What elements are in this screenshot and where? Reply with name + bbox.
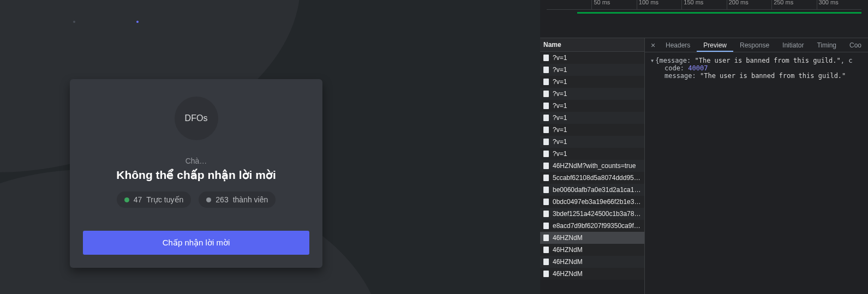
document-icon (543, 175, 549, 181)
document-icon (543, 223, 549, 229)
network-row[interactable]: ?v=1 (540, 64, 644, 76)
invite-title: Không thể chấp nhận lời mời (116, 169, 276, 182)
online-label: Trực tuyến (146, 195, 183, 204)
members-dot-icon (206, 197, 211, 202)
greeting-text: Chà… (185, 157, 207, 165)
timeline-tick: 50 ms (591, 0, 610, 10)
network-row[interactable]: be0060dafb7a0e31d2a1ca17c… (540, 184, 644, 196)
request-name: ?v=1 (553, 126, 567, 134)
network-row[interactable]: e8acd7d9bf6207f99350ca9f9e… (540, 220, 644, 232)
document-icon (543, 247, 549, 253)
request-name: ?v=1 (553, 138, 567, 146)
column-header-name[interactable]: Name (540, 38, 644, 52)
document-icon (543, 235, 549, 241)
request-name: ?v=1 (553, 102, 567, 110)
document-icon (543, 103, 549, 109)
accept-invite-button[interactable]: Chấp nhận lời mời (83, 231, 309, 255)
network-row[interactable]: ?v=1 (540, 88, 644, 100)
accept-label: Chấp nhận lời mời (163, 238, 230, 248)
request-name: ?v=1 (553, 54, 567, 62)
document-icon (543, 271, 549, 277)
close-icon[interactable]: × (647, 41, 659, 50)
tab-preview[interactable]: Preview (697, 38, 733, 52)
network-row[interactable]: 3bdef1251a424500c1b3a78de… (540, 208, 644, 220)
request-name: 46HZNdM (553, 246, 583, 254)
document-icon (543, 79, 549, 85)
document-icon (543, 115, 549, 121)
request-name: ?v=1 (553, 150, 567, 158)
expand-arrow-icon[interactable]: ▾ (650, 57, 654, 64)
request-detail-panel: × Headers Preview Response Initiator Tim… (645, 38, 868, 294)
devtools-panel: 50 ms100 ms150 ms200 ms250 ms300 ms Name… (540, 0, 868, 294)
request-name: 0bdc0497eb3a19e66f2b1e3d5… (553, 198, 641, 206)
document-icon (543, 91, 549, 97)
network-row[interactable]: 46HZNdM (540, 268, 644, 280)
tab-initiator[interactable]: Initiator (776, 38, 810, 52)
request-name: 46HZNdM?with_counts=true (553, 162, 636, 170)
network-row[interactable]: 46HZNdM (540, 256, 644, 268)
online-pill: 47 Trực tuyến (117, 191, 191, 208)
request-name: ?v=1 (553, 90, 567, 98)
network-row[interactable]: ?v=1 (540, 76, 644, 88)
request-name: 46HZNdM (553, 234, 583, 242)
document-icon (543, 187, 549, 193)
members-label: thành viên (233, 195, 268, 204)
tab-cookies[interactable]: Coo (843, 38, 868, 52)
request-name: 5ccabf62108d5a8074ddd95af… (553, 174, 641, 182)
stats-row: 47 Trực tuyến 263 thành viên (117, 191, 276, 208)
timeline-tick: 150 ms (681, 0, 703, 10)
document-icon (543, 55, 549, 61)
timeline-strip (547, 10, 861, 38)
network-request-list: Name ?v=1?v=1?v=1?v=1?v=1?v=1?v=1?v=1?v=… (540, 38, 645, 294)
preview-line-code: code: 40007 (650, 64, 863, 72)
guild-avatar: DFOs (175, 97, 218, 140)
timeline-tick: 100 ms (637, 0, 659, 10)
request-name: be0060dafb7a0e31d2a1ca17c… (553, 186, 641, 194)
document-icon (543, 211, 549, 217)
network-row[interactable]: ?v=1 (540, 112, 644, 124)
timeline-tick: 200 ms (727, 0, 749, 10)
request-name: e8acd7d9bf6207f99350ca9f9e… (553, 222, 641, 230)
invite-card: DFOs Chà… Không thể chấp nhận lời mời 47… (70, 79, 322, 268)
star-icon (73, 21, 75, 23)
network-row[interactable]: ?v=1 (540, 100, 644, 112)
request-name: 46HZNdM (553, 258, 583, 266)
network-row[interactable]: 46HZNdM (540, 244, 644, 256)
timeline-ruler: 50 ms100 ms150 ms200 ms250 ms300 ms (547, 0, 861, 10)
preview-line-summary: ▾{message: "The user is banned from this… (650, 57, 863, 64)
request-name: ?v=1 (553, 78, 567, 86)
timeline-tick: 250 ms (771, 0, 793, 10)
network-row[interactable]: 46HZNdM (540, 232, 644, 244)
network-row[interactable]: ?v=1 (540, 124, 644, 136)
document-icon (543, 139, 549, 145)
request-name: ?v=1 (553, 114, 567, 122)
members-count: 263 (215, 195, 228, 204)
preview-body[interactable]: ▾{message: "The user is banned from this… (645, 52, 868, 294)
detail-tabs: × Headers Preview Response Initiator Tim… (645, 38, 868, 52)
preview-line-message: message: "The user is banned from this g… (650, 72, 863, 80)
document-icon (543, 259, 549, 265)
network-row[interactable]: 0bdc0497eb3a19e66f2b1e3d5… (540, 196, 644, 208)
document-icon (543, 199, 549, 205)
discord-invite-pane: DFOs Chà… Không thể chấp nhận lời mời 47… (0, 0, 540, 294)
guild-initials: DFOs (185, 113, 208, 123)
network-row[interactable]: ?v=1 (540, 148, 644, 160)
request-name: 3bdef1251a424500c1b3a78de… (553, 210, 641, 218)
network-timeline[interactable]: 50 ms100 ms150 ms200 ms250 ms300 ms (540, 0, 868, 38)
document-icon (543, 67, 549, 73)
network-row[interactable]: 46HZNdM?with_counts=true (540, 160, 644, 172)
tab-headers[interactable]: Headers (659, 38, 697, 52)
online-dot-icon (124, 197, 129, 202)
request-name: 46HZNdM (553, 270, 583, 278)
online-count: 47 (134, 195, 142, 204)
request-name: ?v=1 (553, 66, 567, 74)
network-row[interactable]: 5ccabf62108d5a8074ddd95af… (540, 172, 644, 184)
network-row[interactable]: ?v=1 (540, 52, 644, 64)
document-icon (543, 151, 549, 157)
document-icon (543, 163, 549, 169)
network-row[interactable]: ?v=1 (540, 136, 644, 148)
document-icon (543, 127, 549, 133)
tab-timing[interactable]: Timing (810, 38, 843, 52)
tab-response[interactable]: Response (733, 38, 776, 52)
members-pill: 263 thành viên (199, 191, 276, 208)
